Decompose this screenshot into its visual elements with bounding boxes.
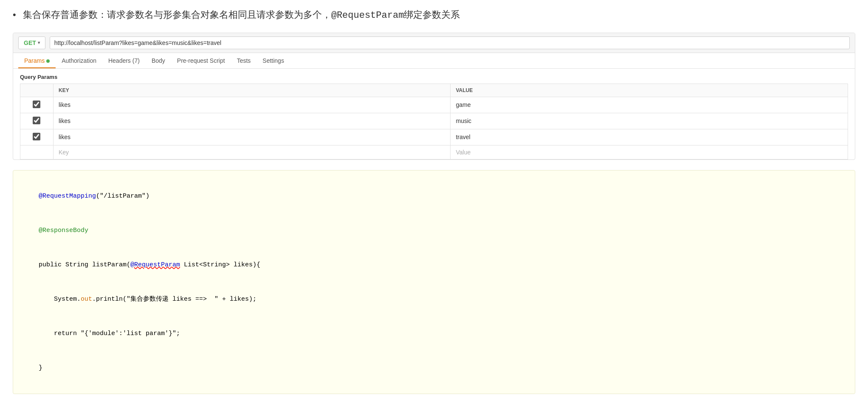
- code-line-5: return "{'module':'list param'}";: [23, 316, 845, 351]
- table-row: likes game: [20, 97, 848, 113]
- tab-headers[interactable]: Headers (7): [102, 53, 146, 68]
- table-row: likes music: [20, 113, 848, 129]
- code-line-6: }: [23, 351, 845, 385]
- param-key-2[interactable]: likes: [53, 113, 451, 129]
- code-block: @RequestMapping("/listParam") @ResponseB…: [13, 170, 855, 394]
- postman-container: GET ▾ Params Authorization Headers (7) B…: [13, 33, 855, 160]
- method-select[interactable]: GET ▾: [18, 36, 45, 49]
- tab-tests[interactable]: Tests: [231, 53, 257, 68]
- header-text: 集合保存普通参数：请求参数名与形参集合对象名相同且请求参数为多个，@Reques…: [23, 8, 460, 22]
- tabs-row: Params Authorization Headers (7) Body Pr…: [13, 53, 855, 69]
- chevron-down-icon: ▾: [38, 40, 40, 45]
- table-row: likes travel: [20, 129, 848, 145]
- param-checkbox-3[interactable]: [33, 133, 40, 140]
- code-line-3: public String listParam(@RequestParam Li…: [23, 248, 845, 282]
- tab-authorization[interactable]: Authorization: [56, 53, 102, 68]
- param-value-2[interactable]: music: [451, 113, 848, 129]
- table-row-empty: Key Value: [20, 145, 848, 159]
- param-key-3[interactable]: likes: [53, 129, 451, 145]
- code-line-1: @RequestMapping("/listParam"): [23, 179, 845, 213]
- code-line-4: System.out.println("集合参数传递 likes ==> " +…: [23, 282, 845, 316]
- col-header-value: VALUE: [451, 84, 848, 97]
- url-input[interactable]: [50, 36, 850, 49]
- bullet-dot: •: [13, 8, 16, 22]
- bullet-header: • 集合保存普通参数：请求参数名与形参集合对象名相同且请求参数为多个，@Requ…: [13, 8, 855, 22]
- tab-active-dot: [46, 59, 50, 63]
- param-checkbox-2[interactable]: [33, 117, 40, 124]
- method-label: GET: [24, 39, 36, 46]
- query-params-label: Query Params: [20, 74, 848, 80]
- col-header-key: KEY: [53, 84, 451, 97]
- param-key-1[interactable]: likes: [53, 97, 451, 113]
- param-value-placeholder[interactable]: Value: [451, 145, 848, 159]
- param-key-placeholder[interactable]: Key: [53, 145, 451, 159]
- params-table: KEY VALUE likes game l: [20, 84, 848, 159]
- tab-params[interactable]: Params: [18, 53, 56, 68]
- url-bar: GET ▾: [13, 33, 855, 53]
- query-params-section: Query Params KEY VALUE likes game: [13, 69, 855, 159]
- code-line-2: @ResponseBody: [23, 213, 845, 248]
- tab-body[interactable]: Body: [146, 53, 171, 68]
- tab-settings[interactable]: Settings: [256, 53, 290, 68]
- tab-pre-request-script[interactable]: Pre-request Script: [171, 53, 231, 68]
- param-value-1[interactable]: game: [451, 97, 848, 113]
- col-header-checkbox: [20, 84, 54, 97]
- param-checkbox-1[interactable]: [33, 101, 40, 108]
- param-value-3[interactable]: travel: [451, 129, 848, 145]
